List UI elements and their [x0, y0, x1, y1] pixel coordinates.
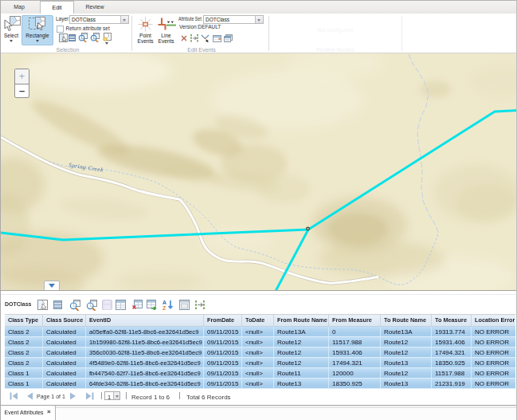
svg-text:A: A — [163, 300, 166, 305]
svg-text:Z: Z — [163, 305, 166, 310]
